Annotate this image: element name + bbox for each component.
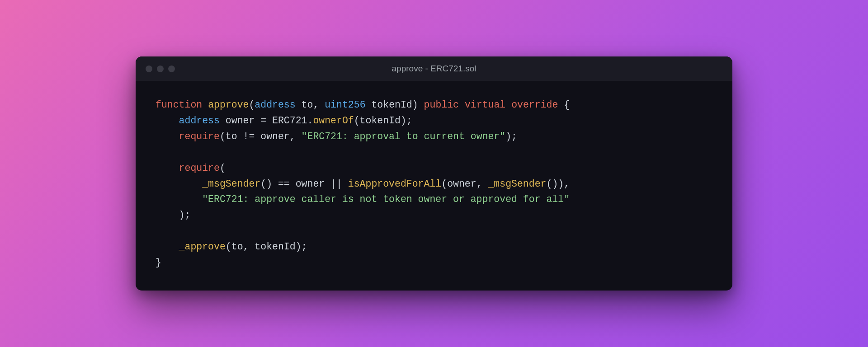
titlebar: approve - ERC721.sol <box>136 56 732 81</box>
code-token: ownerOf <box>313 115 354 126</box>
code-token: (to != owner, <box>220 131 302 142</box>
code-token: (owner, <box>441 178 488 189</box>
code-token: to <box>296 99 313 110</box>
code-token: ); <box>505 131 517 142</box>
code-block: function approve(address to, uint256 tok… <box>136 81 732 290</box>
code-token <box>156 210 179 220</box>
minimize-icon[interactable] <box>157 66 164 72</box>
code-token: ) <box>412 99 418 110</box>
code-window: approve - ERC721.sol function approve(ad… <box>136 56 732 290</box>
code-token: ( <box>220 163 226 174</box>
code-token <box>418 99 424 110</box>
code-token: virtual <box>465 99 505 110</box>
code-token <box>156 115 179 126</box>
code-token: ); <box>179 210 191 220</box>
code-token <box>156 194 202 205</box>
code-token: require <box>179 163 220 174</box>
code-token: ()), <box>546 178 570 189</box>
code-token: "ERC721: approve caller is not token own… <box>202 194 570 205</box>
code-token: owner = ERC721. <box>220 115 313 126</box>
code-token <box>156 131 179 142</box>
code-token <box>156 241 179 252</box>
code-token: (to, tokenId); <box>226 241 307 252</box>
code-token: (tokenId); <box>354 115 412 126</box>
code-token: address <box>179 115 220 126</box>
code-token: override <box>511 99 558 110</box>
maximize-icon[interactable] <box>168 66 175 72</box>
code-token: == owner || <box>272 178 348 189</box>
code-token: , <box>313 99 325 110</box>
code-token: isApprovedForAll <box>348 178 441 189</box>
code-token: ( <box>249 99 255 110</box>
code-token: function <box>156 99 202 110</box>
window-title: approve - ERC721.sol <box>136 64 732 74</box>
code-token: _approve <box>179 241 226 252</box>
traffic-lights <box>146 66 175 72</box>
code-token: _msgSender <box>202 178 260 189</box>
code-token: () <box>260 178 272 189</box>
code-token: } <box>156 257 161 268</box>
code-token: tokenId <box>366 99 412 110</box>
code-token: require <box>179 131 220 142</box>
code-token: public <box>424 99 459 110</box>
code-token: approve <box>208 99 249 110</box>
code-token: { <box>558 99 570 110</box>
code-token <box>505 99 511 110</box>
close-icon[interactable] <box>146 66 152 72</box>
code-token: address <box>255 99 295 110</box>
code-token: "ERC721: approval to current owner" <box>302 131 506 142</box>
code-token <box>156 163 179 174</box>
code-token: _msgSender <box>488 178 546 189</box>
code-token <box>156 178 202 189</box>
code-token: uint256 <box>325 99 365 110</box>
code-token <box>459 99 465 110</box>
